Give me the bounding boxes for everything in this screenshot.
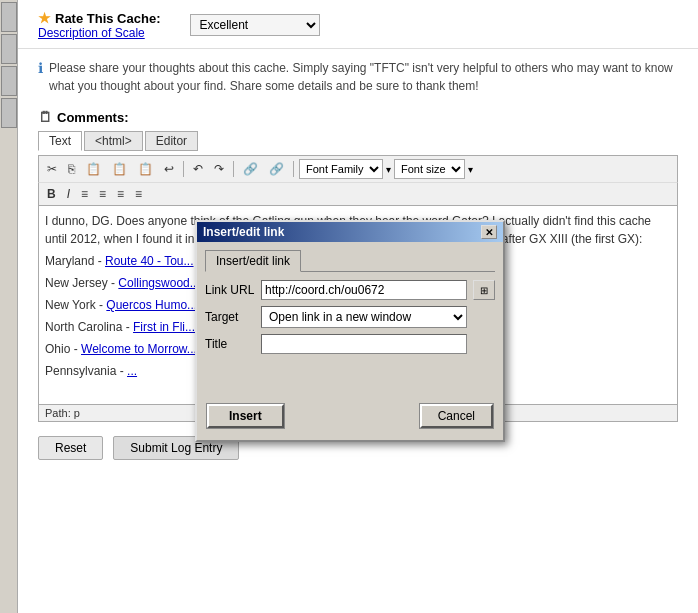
link-route40[interactable]: Route 40 - Tou... (105, 254, 194, 268)
modal-field-linkurl: Link URL ⊞ (205, 280, 495, 300)
link-url-label: Link URL (205, 283, 255, 297)
modal-insert-button[interactable]: Insert (207, 404, 284, 428)
star-icon: ★ (38, 10, 51, 26)
left-nav-item (1, 34, 17, 64)
target-select[interactable]: Open link in a new window Open in same w… (261, 306, 467, 328)
italic-btn[interactable]: I (63, 185, 74, 203)
title-label: Title (205, 337, 255, 351)
link-collingswood[interactable]: Collingswood... (118, 276, 199, 290)
toolbar-row1: ✂ ⎘ 📋 📋 📋 ↩ ↶ ↷ 🔗 🔗 Font Family ▾ Font s… (38, 155, 678, 182)
left-nav-item (1, 98, 17, 128)
tab-text[interactable]: Text (38, 131, 82, 151)
paste-btn[interactable]: 📋 (82, 160, 105, 178)
rating-section: ★ Rate This Cache: Description of Scale … (18, 0, 698, 49)
modal-tab-insert-edit[interactable]: Insert/edit link (205, 250, 301, 272)
info-icon: ℹ (38, 60, 43, 95)
comments-label: Comments: (57, 110, 129, 125)
undo-btn[interactable]: ↩ (160, 160, 178, 178)
bold-btn[interactable]: B (43, 185, 60, 203)
link-welcome[interactable]: Welcome to Morrow... (81, 342, 197, 356)
page-wrapper: ★ Rate This Cache: Description of Scale … (0, 0, 698, 613)
link-quercos[interactable]: Quercos Humo... (106, 298, 197, 312)
tab-editor[interactable]: Editor (145, 131, 198, 151)
description-scale-link[interactable]: Description of Scale (38, 26, 145, 40)
paste-text-btn[interactable]: 📋 (108, 160, 131, 178)
comments-header: 🗒 Comments: (38, 109, 678, 125)
modal-cancel-button[interactable]: Cancel (420, 404, 493, 428)
modal-buttons: Insert Cancel (205, 400, 495, 432)
modal-titlebar: Insert/edit link ✕ (197, 222, 503, 242)
modal-field-target: Target Open link in a new window Open in… (205, 306, 495, 328)
copy-btn[interactable]: ⎘ (64, 160, 79, 178)
left-nav-item (1, 2, 17, 32)
align-justify-btn[interactable]: ≡ (131, 185, 146, 203)
title-input[interactable] (261, 334, 467, 354)
toolbar-sep1 (183, 161, 184, 177)
toolbar-row2: B I ≡ ≡ ≡ ≡ (38, 182, 678, 205)
font-size-arrow: ▾ (468, 164, 473, 175)
info-text: Please share your thoughts about this ca… (49, 59, 678, 95)
align-right-btn[interactable]: ≡ (113, 185, 128, 203)
modal-title: Insert/edit link (203, 225, 284, 239)
paste-word-btn[interactable]: 📋 (134, 160, 157, 178)
modal-spacer (205, 360, 495, 400)
modal-field-title: Title (205, 334, 495, 354)
link-url-browse-btn[interactable]: ⊞ (473, 280, 495, 300)
left-nav (0, 0, 18, 613)
target-label: Target (205, 310, 255, 324)
editor-tabs: Text <html> Editor (38, 131, 678, 151)
redo-btn[interactable]: ↷ (210, 160, 228, 178)
left-nav-item (1, 66, 17, 96)
link-firstinfli[interactable]: First in Fli... (133, 320, 195, 334)
modal-close-button[interactable]: ✕ (481, 225, 497, 239)
reset-button[interactable]: Reset (38, 436, 103, 460)
rate-cache-label: Rate This Cache: (55, 11, 160, 26)
rating-label: ★ Rate This Cache: Description of Scale (38, 10, 160, 40)
info-box: ℹ Please share your thoughts about this … (38, 59, 678, 95)
undo2-btn[interactable]: ↶ (189, 160, 207, 178)
font-family-select[interactable]: Font Family (299, 159, 383, 179)
modal-tab-bar: Insert/edit link (205, 250, 495, 272)
comments-icon: 🗒 (38, 109, 52, 125)
link-btn[interactable]: 🔗 (239, 160, 262, 178)
font-size-select[interactable]: Font size (394, 159, 465, 179)
align-center-btn[interactable]: ≡ (95, 185, 110, 203)
toolbar-sep3 (293, 161, 294, 177)
path-text: Path: p (45, 407, 80, 419)
toolbar-sep2 (233, 161, 234, 177)
align-left-btn[interactable]: ≡ (77, 185, 92, 203)
rate-title: ★ Rate This Cache: (38, 10, 160, 26)
tab-html[interactable]: <html> (84, 131, 143, 151)
rating-dropdown[interactable]: Excellent Above Average Average Below Av… (190, 14, 320, 36)
font-family-arrow: ▾ (386, 164, 391, 175)
link-pa[interactable]: ... (127, 364, 137, 378)
link-url-input[interactable] (261, 280, 467, 300)
insert-edit-link-modal: Insert/edit link ✕ Insert/edit link Link… (195, 220, 505, 442)
modal-body: Insert/edit link Link URL ⊞ Target Open … (197, 242, 503, 440)
cut-btn[interactable]: ✂ (43, 160, 61, 178)
link2-btn[interactable]: 🔗 (265, 160, 288, 178)
